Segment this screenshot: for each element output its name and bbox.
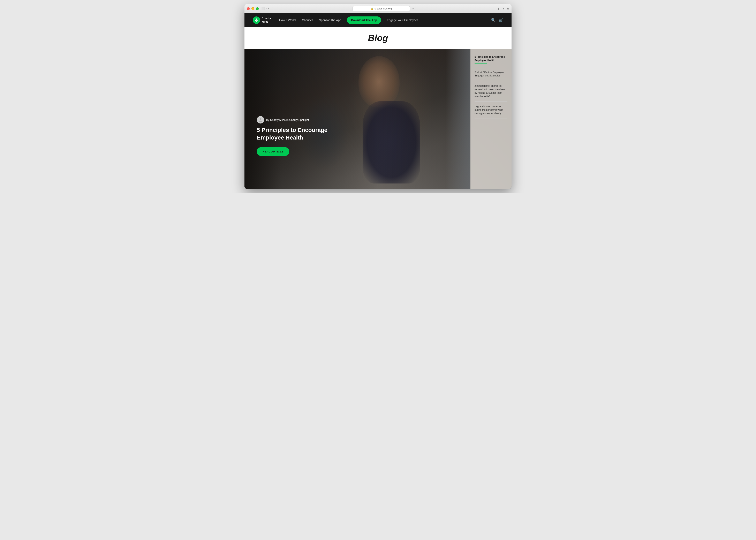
logo-icon [253,16,260,24]
browser-window: ⬜ ‹ › 🔒 charitymiles.org ↻ ⬆ ＋ ⧉ [244,4,512,189]
sidebar-toggle-icon[interactable]: ⬜ [261,7,265,10]
nav-download-the-app[interactable]: Download The App [347,16,381,24]
svg-point-1 [260,118,261,120]
title-bar: ⬜ ‹ › 🔒 charitymiles.org ↻ ⬆ ＋ ⧉ [244,4,512,13]
svg-point-2 [259,121,262,122]
hero-article-title: 5 Principles to Encourage Employee Healt… [257,126,343,141]
share-icon[interactable]: ⬆ [498,7,500,10]
sidebar-article-2[interactable]: 5 Most Effective Employee Engagement Str… [474,68,507,81]
blog-header: Blog [244,27,512,49]
cart-icon[interactable]: 🛒 [499,18,503,22]
sidebar-article-4[interactable]: Legrand stays connected during the pande… [474,101,507,119]
author-text: By Charity Miles In Charity Spotlight [266,118,309,121]
title-bar-right: ⬆ ＋ ⧉ [498,7,509,11]
reload-icon[interactable]: ↻ [412,7,414,10]
avatar [257,116,264,123]
address-bar[interactable]: 🔒 charitymiles.org [352,6,410,11]
tabs-icon[interactable]: ⧉ [507,7,509,10]
minimize-button[interactable] [251,7,254,10]
sidebar-article-1[interactable]: 5 Principles to Encourage Employee Healt… [474,55,507,68]
main-nav: CharityMiles How It Works Charities Spon… [244,13,512,27]
nav-engage-employees[interactable]: Engage Your Employees [387,19,418,22]
fullscreen-button[interactable] [256,7,259,10]
sidebar-article-title-3: Zimmerbiomet shares its rebrand with tea… [474,84,507,98]
nav-how-it-works[interactable]: How It Works [279,19,296,22]
new-tab-icon[interactable]: ＋ [502,7,505,11]
back-icon[interactable]: ‹ [266,7,267,10]
sidebar-article-title-2: 5 Most Effective Employee Engagement Str… [474,71,507,78]
hero-section: By Charity Miles In Charity Spotlight 5 … [244,49,512,189]
svg-point-0 [256,19,257,20]
traffic-lights [247,7,259,10]
close-button[interactable] [247,7,250,10]
nav-right: 🔍 🛒 [491,18,503,22]
sidebar-article-title-4: Legrand stays connected during the pande… [474,105,507,115]
nav-links: How It Works Charities Sponsor The App D… [279,16,491,24]
sidebar-article-underline [474,64,487,64]
search-icon[interactable]: 🔍 [491,18,495,22]
nav-charities[interactable]: Charities [302,19,313,22]
nav-sponsor-the-app[interactable]: Sponsor The App [319,19,341,22]
window-controls: ⬜ ‹ › [261,7,269,10]
blog-title: Blog [244,33,512,43]
browser-content: CharityMiles How It Works Charities Spon… [244,13,512,189]
url-text: charitymiles.org [374,7,392,10]
nav-logo[interactable]: CharityMiles [253,16,271,24]
read-article-button[interactable]: READ ARTICLE [257,147,289,156]
hero-content: By Charity Miles In Charity Spotlight 5 … [257,116,343,156]
hero-sidebar: 5 Principles to Encourage Employee Healt… [470,49,512,189]
sidebar-article-title-1: 5 Principles to Encourage Employee Healt… [474,55,507,62]
lock-icon: 🔒 [371,7,373,10]
hero-author: By Charity Miles In Charity Spotlight [257,116,343,123]
address-bar-container: 🔒 charitymiles.org ↻ [269,6,498,11]
logo-text: CharityMiles [262,17,271,23]
sidebar-article-3[interactable]: Zimmerbiomet shares its rebrand with tea… [474,81,507,101]
